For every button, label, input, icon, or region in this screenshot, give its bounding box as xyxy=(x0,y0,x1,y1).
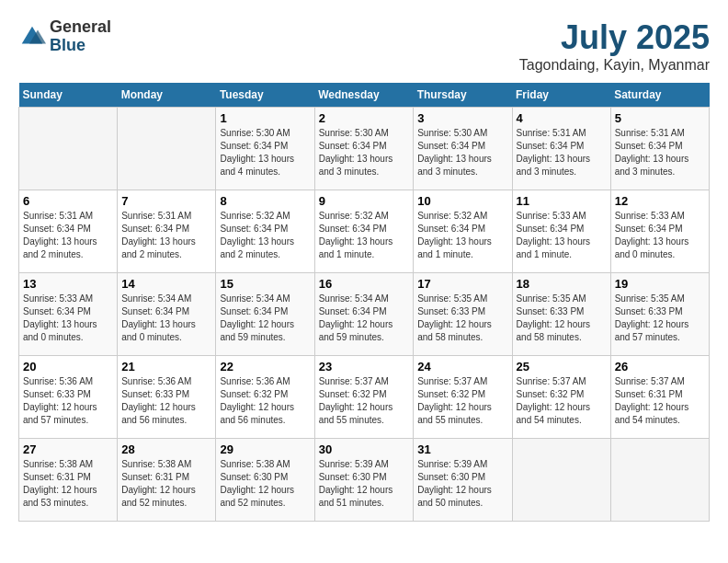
day-number: 27 xyxy=(23,442,113,456)
calendar-cell: 8Sunrise: 5:32 AM Sunset: 6:34 PM Daylig… xyxy=(216,190,314,273)
day-number: 3 xyxy=(417,111,507,125)
day-detail: Sunrise: 5:37 AM Sunset: 6:32 PM Dayligh… xyxy=(517,375,607,427)
calendar-table: SundayMondayTuesdayWednesdayThursdayFrid… xyxy=(18,83,710,522)
weekday-header: Monday xyxy=(118,83,216,108)
day-detail: Sunrise: 5:38 AM Sunset: 6:31 PM Dayligh… xyxy=(23,458,113,510)
day-detail: Sunrise: 5:31 AM Sunset: 6:34 PM Dayligh… xyxy=(121,210,211,261)
day-number: 12 xyxy=(615,194,705,208)
day-detail: Sunrise: 5:30 AM Sunset: 6:34 PM Dayligh… xyxy=(319,127,410,178)
day-number: 11 xyxy=(517,194,607,208)
calendar-cell: 2Sunrise: 5:30 AM Sunset: 6:34 PM Daylig… xyxy=(314,108,414,190)
weekday-header-row: SundayMondayTuesdayWednesdayThursdayFrid… xyxy=(19,83,710,108)
day-detail: Sunrise: 5:37 AM Sunset: 6:32 PM Dayligh… xyxy=(319,375,410,427)
logo: General Blue xyxy=(18,18,111,55)
calendar-cell: 27Sunrise: 5:38 AM Sunset: 6:31 PM Dayli… xyxy=(19,439,118,522)
day-number: 26 xyxy=(615,360,705,373)
calendar-cell: 15Sunrise: 5:34 AM Sunset: 6:34 PM Dayli… xyxy=(216,273,314,356)
month-year: July 2025 xyxy=(519,18,710,57)
day-number: 18 xyxy=(517,277,607,291)
calendar-cell: 28Sunrise: 5:38 AM Sunset: 6:31 PM Dayli… xyxy=(118,439,216,522)
calendar-cell: 18Sunrise: 5:35 AM Sunset: 6:33 PM Dayli… xyxy=(512,273,610,356)
day-detail: Sunrise: 5:33 AM Sunset: 6:34 PM Dayligh… xyxy=(615,210,705,261)
day-detail: Sunrise: 5:31 AM Sunset: 6:34 PM Dayligh… xyxy=(23,210,113,261)
day-detail: Sunrise: 5:30 AM Sunset: 6:34 PM Dayligh… xyxy=(417,127,507,178)
day-number: 16 xyxy=(319,277,410,291)
day-number: 13 xyxy=(23,277,113,291)
logo-text: General Blue xyxy=(50,18,111,55)
day-number: 15 xyxy=(220,277,310,291)
day-number: 9 xyxy=(319,194,410,208)
calendar-cell xyxy=(610,439,709,522)
weekday-header: Thursday xyxy=(414,83,512,108)
calendar-cell: 23Sunrise: 5:37 AM Sunset: 6:32 PM Dayli… xyxy=(314,356,414,439)
calendar-cell: 14Sunrise: 5:34 AM Sunset: 6:34 PM Dayli… xyxy=(118,273,216,356)
calendar-cell: 30Sunrise: 5:39 AM Sunset: 6:30 PM Dayli… xyxy=(314,439,414,522)
day-detail: Sunrise: 5:34 AM Sunset: 6:34 PM Dayligh… xyxy=(319,293,410,344)
calendar-cell: 5Sunrise: 5:31 AM Sunset: 6:34 PM Daylig… xyxy=(610,108,709,190)
calendar-cell: 10Sunrise: 5:32 AM Sunset: 6:34 PM Dayli… xyxy=(414,190,512,273)
day-number: 5 xyxy=(615,111,705,125)
day-detail: Sunrise: 5:36 AM Sunset: 6:32 PM Dayligh… xyxy=(220,375,310,427)
calendar-cell: 7Sunrise: 5:31 AM Sunset: 6:34 PM Daylig… xyxy=(118,190,216,273)
calendar-cell: 9Sunrise: 5:32 AM Sunset: 6:34 PM Daylig… xyxy=(314,190,414,273)
weekday-header: Tuesday xyxy=(216,83,314,108)
calendar-cell: 16Sunrise: 5:34 AM Sunset: 6:34 PM Dayli… xyxy=(314,273,414,356)
day-detail: Sunrise: 5:36 AM Sunset: 6:33 PM Dayligh… xyxy=(121,375,211,427)
calendar-cell: 25Sunrise: 5:37 AM Sunset: 6:32 PM Dayli… xyxy=(512,356,610,439)
day-detail: Sunrise: 5:32 AM Sunset: 6:34 PM Dayligh… xyxy=(220,210,310,261)
calendar-cell: 19Sunrise: 5:35 AM Sunset: 6:33 PM Dayli… xyxy=(610,273,709,356)
calendar-cell xyxy=(118,108,216,190)
weekday-header: Sunday xyxy=(19,83,118,108)
calendar-week-row: 6Sunrise: 5:31 AM Sunset: 6:34 PM Daylig… xyxy=(19,190,710,273)
day-number: 4 xyxy=(517,111,607,125)
calendar-cell: 12Sunrise: 5:33 AM Sunset: 6:34 PM Dayli… xyxy=(610,190,709,273)
location: Tagondaing, Kayin, Myanmar xyxy=(519,57,710,74)
day-number: 20 xyxy=(23,360,113,373)
calendar-week-row: 20Sunrise: 5:36 AM Sunset: 6:33 PM Dayli… xyxy=(19,356,710,439)
day-detail: Sunrise: 5:39 AM Sunset: 6:30 PM Dayligh… xyxy=(417,458,507,510)
day-detail: Sunrise: 5:35 AM Sunset: 6:33 PM Dayligh… xyxy=(615,293,705,344)
day-number: 31 xyxy=(417,442,507,456)
calendar-cell: 11Sunrise: 5:33 AM Sunset: 6:34 PM Dayli… xyxy=(512,190,610,273)
day-detail: Sunrise: 5:32 AM Sunset: 6:34 PM Dayligh… xyxy=(417,210,507,261)
calendar-cell: 6Sunrise: 5:31 AM Sunset: 6:34 PM Daylig… xyxy=(19,190,118,273)
day-detail: Sunrise: 5:34 AM Sunset: 6:34 PM Dayligh… xyxy=(121,293,211,344)
day-number: 10 xyxy=(417,194,507,208)
calendar-cell: 1Sunrise: 5:30 AM Sunset: 6:34 PM Daylig… xyxy=(216,108,314,190)
weekday-header: Friday xyxy=(512,83,610,108)
calendar-week-row: 27Sunrise: 5:38 AM Sunset: 6:31 PM Dayli… xyxy=(19,439,710,522)
calendar-week-row: 1Sunrise: 5:30 AM Sunset: 6:34 PM Daylig… xyxy=(19,108,710,190)
calendar-cell: 13Sunrise: 5:33 AM Sunset: 6:34 PM Dayli… xyxy=(19,273,118,356)
calendar-cell: 17Sunrise: 5:35 AM Sunset: 6:33 PM Dayli… xyxy=(414,273,512,356)
day-detail: Sunrise: 5:30 AM Sunset: 6:34 PM Dayligh… xyxy=(220,127,310,178)
day-detail: Sunrise: 5:36 AM Sunset: 6:33 PM Dayligh… xyxy=(23,375,113,427)
day-detail: Sunrise: 5:38 AM Sunset: 6:30 PM Dayligh… xyxy=(220,458,310,510)
calendar-week-row: 13Sunrise: 5:33 AM Sunset: 6:34 PM Dayli… xyxy=(19,273,710,356)
day-number: 19 xyxy=(615,277,705,291)
day-number: 7 xyxy=(121,194,211,208)
logo-icon xyxy=(18,23,46,51)
day-number: 1 xyxy=(220,111,310,125)
day-detail: Sunrise: 5:37 AM Sunset: 6:32 PM Dayligh… xyxy=(417,375,507,427)
day-number: 23 xyxy=(319,360,410,373)
page-header: General Blue July 2025 Tagondaing, Kayin… xyxy=(18,18,710,74)
day-number: 2 xyxy=(319,111,410,125)
day-number: 28 xyxy=(121,442,211,456)
day-detail: Sunrise: 5:35 AM Sunset: 6:33 PM Dayligh… xyxy=(417,293,507,344)
calendar-cell: 31Sunrise: 5:39 AM Sunset: 6:30 PM Dayli… xyxy=(414,439,512,522)
day-number: 21 xyxy=(121,360,211,373)
day-detail: Sunrise: 5:37 AM Sunset: 6:31 PM Dayligh… xyxy=(615,375,705,427)
calendar-cell: 3Sunrise: 5:30 AM Sunset: 6:34 PM Daylig… xyxy=(414,108,512,190)
calendar-cell: 21Sunrise: 5:36 AM Sunset: 6:33 PM Dayli… xyxy=(118,356,216,439)
logo-blue: Blue xyxy=(50,37,111,55)
calendar-cell: 4Sunrise: 5:31 AM Sunset: 6:34 PM Daylig… xyxy=(512,108,610,190)
calendar-cell: 24Sunrise: 5:37 AM Sunset: 6:32 PM Dayli… xyxy=(414,356,512,439)
day-detail: Sunrise: 5:34 AM Sunset: 6:34 PM Dayligh… xyxy=(220,293,310,344)
day-number: 14 xyxy=(121,277,211,291)
day-detail: Sunrise: 5:38 AM Sunset: 6:31 PM Dayligh… xyxy=(121,458,211,510)
day-number: 22 xyxy=(220,360,310,373)
calendar-cell xyxy=(512,439,610,522)
day-detail: Sunrise: 5:39 AM Sunset: 6:30 PM Dayligh… xyxy=(319,458,410,510)
day-number: 29 xyxy=(220,442,310,456)
day-number: 30 xyxy=(319,442,410,456)
